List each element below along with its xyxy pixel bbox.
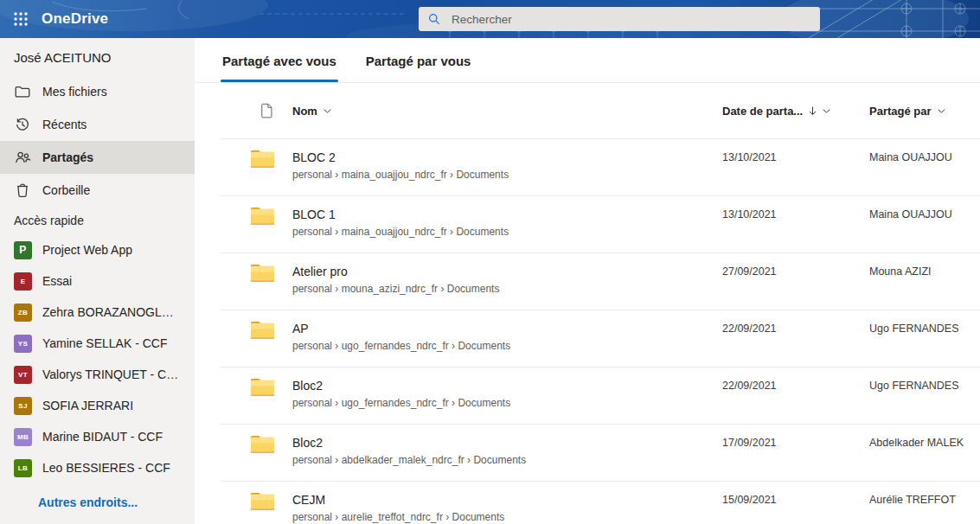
quick-access-item-project-web-app[interactable]: P Project Web App: [0, 234, 195, 265]
search-icon: [427, 12, 441, 26]
site-avatar: VT: [14, 366, 32, 384]
shared-by: Abdelkader MALEK: [869, 425, 980, 481]
folder-icon: [14, 83, 31, 100]
file-row[interactable]: Bloc2 personal › ugo_fernandes_ndrc_fr ›…: [221, 367, 980, 425]
tab-partage-par-vous[interactable]: Partagé par vous: [364, 54, 473, 82]
folder-icon: [221, 482, 292, 524]
trash-icon: [14, 182, 31, 199]
sidebar-item-mes-fichiers[interactable]: Mes fichiers: [0, 75, 195, 108]
tab-bar: Partagé avec vous Partagé par vous: [195, 38, 980, 83]
quick-access-item-zehra[interactable]: ZB Zehra BORAZANOGLU - ...: [0, 297, 195, 328]
folder-icon: [221, 425, 292, 481]
site-avatar: E: [14, 272, 32, 291]
site-avatar: SJ: [14, 397, 32, 415]
column-header-nom[interactable]: Nom: [292, 105, 722, 118]
column-header-type[interactable]: [221, 103, 292, 118]
sidebar-item-label: Mes fichiers: [42, 85, 107, 99]
main-content: Partagé avec vous Partagé par vous Nom: [195, 38, 980, 524]
sidebar-item-partages[interactable]: Partagés: [0, 141, 195, 174]
sort-descending-icon: [809, 106, 817, 116]
app-launcher-button[interactable]: [7, 5, 35, 33]
file-name: BLOC 2: [292, 150, 722, 165]
waffle-icon: [13, 11, 29, 27]
tab-partage-avec-vous[interactable]: Partagé avec vous: [221, 54, 338, 82]
search-input[interactable]: [450, 12, 811, 27]
file-name: CEJM: [292, 492, 722, 508]
quick-access-item-sofia[interactable]: SJ SOFIA JERRARI: [0, 390, 195, 421]
file-row[interactable]: BLOC 2 personal › maina_ouajjou_ndrc_fr …: [221, 139, 980, 196]
quick-access-item-marine[interactable]: MB Marine BIDAUT - CCF: [0, 421, 195, 452]
sidebar-item-corbeille[interactable]: Corbeille: [0, 174, 195, 207]
site-avatar: P: [14, 241, 32, 259]
user-name: José ACEITUNO: [0, 38, 195, 70]
quick-access-heading: Accès rapide: [0, 207, 195, 234]
document-icon: [260, 103, 272, 118]
site-avatar: MB: [14, 428, 32, 446]
folder-icon: [221, 367, 292, 424]
file-row[interactable]: CEJM personal › aurelie_treffot_ndrc_fr …: [221, 482, 980, 524]
file-path: personal › ugo_fernandes_ndrc_fr › Docum…: [292, 339, 722, 353]
chevron-down-icon: [938, 109, 945, 113]
quick-access-list: P Project Web App E Essai ZB Zehra BORAZ…: [0, 234, 195, 483]
table-header: Nom Date de parta... Partagé par: [221, 83, 980, 139]
folder-icon: [221, 139, 292, 195]
shared-date: 13/10/2021: [722, 139, 869, 195]
quick-access-item-leo[interactable]: LB Leo BESSIERES - CCF: [0, 452, 195, 483]
folder-icon: [221, 310, 292, 367]
sidebar-nav: Mes fichiers Récents: [0, 75, 195, 207]
shared-date: 13/10/2021: [722, 196, 869, 252]
sidebar-item-label: Corbeille: [42, 183, 90, 197]
chevron-down-icon: [823, 109, 830, 113]
site-avatar: ZB: [14, 304, 32, 322]
quick-access-item-valorys[interactable]: VT Valorys TRINQUET - CCF: [0, 359, 195, 390]
file-path: personal › abdelkader_malek_ndrc_fr › Do…: [292, 453, 722, 467]
sidebar: José ACEITUNO Mes fichiers: [0, 38, 195, 524]
file-path: personal › ugo_fernandes_ndrc_fr › Docum…: [292, 396, 722, 410]
quick-access-item-essai[interactable]: E Essai: [0, 265, 195, 297]
shared-files-table: Nom Date de parta... Partagé par: [221, 83, 980, 524]
people-icon: [14, 149, 31, 166]
history-icon: [14, 116, 31, 133]
file-row[interactable]: Atelier pro personal › mouna_azizi_ndrc_…: [221, 253, 980, 310]
shared-date: 15/09/2021: [722, 482, 869, 524]
file-name: BLOC 1: [292, 207, 722, 222]
sidebar-item-label: Partagés: [42, 150, 93, 164]
file-row[interactable]: Bloc2 personal › abdelkader_malek_ndrc_f…: [221, 425, 980, 482]
shared-by: Maina OUAJJOU: [869, 196, 980, 252]
file-name: Bloc2: [292, 435, 722, 451]
search-box[interactable]: [419, 7, 820, 31]
file-name: Atelier pro: [292, 264, 722, 279]
shared-date: 17/09/2021: [722, 425, 869, 481]
file-name: Bloc2: [292, 378, 722, 393]
sidebar-item-recents[interactable]: Récents: [0, 108, 195, 141]
file-path: personal › aurelie_treffot_ndrc_fr › Doc…: [292, 510, 722, 524]
shared-by: Ugo FERNANDES: [869, 310, 980, 367]
file-path: personal › maina_ouajjou_ndrc_fr › Docum…: [292, 225, 722, 239]
shared-by: Maina OUAJJOU: [869, 139, 980, 195]
app-title: OneDrive: [42, 0, 108, 38]
site-avatar: YS: [14, 335, 32, 353]
shared-by: Aurélie TREFFOT: [869, 482, 980, 524]
column-header-date[interactable]: Date de parta...: [722, 105, 869, 118]
file-row[interactable]: BLOC 1 personal › maina_ouajjou_ndrc_fr …: [221, 196, 980, 253]
file-path: personal › mouna_azizi_ndrc_fr › Documen…: [292, 282, 722, 296]
site-avatar: LB: [14, 459, 32, 477]
top-banner: OneDrive: [0, 0, 980, 38]
shared-date: 22/09/2021: [722, 310, 869, 367]
shared-date: 22/09/2021: [722, 367, 869, 424]
shared-by: Ugo FERNANDES: [869, 367, 980, 424]
file-row[interactable]: AP personal › ugo_fernandes_ndrc_fr › Do…: [221, 310, 980, 367]
file-name: AP: [292, 321, 722, 336]
quick-access-item-yamine[interactable]: YS Yamine SELLAK - CCF: [0, 328, 195, 359]
folder-icon: [221, 196, 292, 252]
sidebar-item-label: Récents: [42, 118, 86, 131]
shared-date: 27/09/2021: [722, 253, 869, 310]
shared-by: Mouna AZIZI: [869, 253, 980, 310]
onedrive-app: OneDrive José ACEITUNO Mes fichiers: [0, 0, 980, 524]
folder-icon: [221, 253, 292, 310]
column-header-partage-par[interactable]: Partagé par: [869, 105, 980, 118]
more-places-link[interactable]: Autres endroits...: [38, 495, 181, 509]
file-path: personal › maina_ouajjou_ndrc_fr › Docum…: [292, 168, 722, 182]
chevron-down-icon: [323, 109, 331, 113]
